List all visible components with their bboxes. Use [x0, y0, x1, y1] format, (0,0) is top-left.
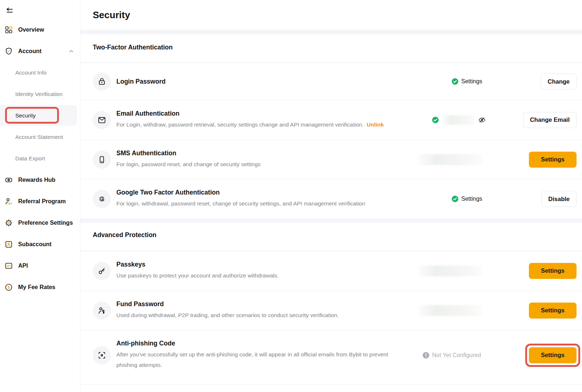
section-heading-two-factor: Two-Factor Authentication [80, 34, 582, 62]
person-dollar-icon: $+ [4, 197, 13, 206]
sidebar-item-label: Account Info [15, 69, 47, 76]
collapse-sidebar-icon [5, 7, 14, 15]
anti-phishing-settings-button[interactable]: Settings [529, 347, 577, 363]
page-header: Security [80, 0, 582, 30]
sidebar-item-account-statement[interactable]: Account Statement [0, 126, 80, 148]
status-google-2fa: Settings [452, 196, 482, 202]
check-circle-icon [452, 78, 458, 85]
bottom-spacer [80, 385, 582, 387]
row-title: Login Password [116, 78, 418, 85]
row-fund-password: Fund Password Used during withdrawal, P2… [80, 291, 582, 331]
masked-email-value [442, 115, 475, 125]
row-description: For login, withdrawal, password reset, c… [116, 199, 406, 209]
sidebar-item-label: Rewards Hub [18, 177, 76, 183]
change-password-button[interactable]: Change [541, 73, 577, 89]
google-2fa-disable-button[interactable]: Disable [541, 191, 577, 207]
person-key-icon [93, 301, 111, 320]
status-anti-phishing: Not Yet Configured [423, 352, 481, 359]
sidebar-item-label: Data Export [15, 155, 45, 162]
settings-highlight-ring: Settings [525, 344, 580, 367]
row-description: Use passkeys to protect your account and… [116, 271, 406, 281]
page-title: Security [93, 9, 130, 21]
status-label: Settings [461, 78, 482, 85]
sidebar: Overview Account Account Info Identity V… [0, 0, 80, 392]
grid-overview-icon [4, 25, 13, 34]
chevron-up-icon [67, 47, 76, 56]
masked-passkeys-value [418, 265, 482, 276]
masked-fund-password-value [418, 305, 482, 316]
eye-slash-icon[interactable] [478, 116, 486, 124]
gear-icon [4, 219, 13, 227]
main-content: Security Two-Factor Authentication Login… [80, 0, 582, 392]
sms-settings-button[interactable]: Settings [529, 152, 577, 168]
dollar-circle-icon: $ [4, 283, 13, 292]
info-circle-icon [423, 352, 429, 359]
row-title: Email Authentication [116, 110, 418, 117]
check-circle-icon [432, 117, 439, 123]
status-email [432, 115, 486, 125]
google-glyph: G [99, 196, 104, 203]
status-label: Not Yet Configured [432, 352, 481, 359]
sidebar-item-label: Referral Program [18, 198, 76, 205]
google-g-icon: G [93, 190, 111, 208]
scan-code-icon [93, 346, 111, 364]
referral-dollar-glyph: $+ [9, 201, 13, 205]
sidebar-item-subaccount[interactable]: Subaccount [0, 233, 80, 255]
sidebar-item-label: Account Statement [15, 134, 63, 140]
change-email-button[interactable]: Change Email [523, 112, 577, 128]
row-login-password: Login Password Settings Change [80, 63, 582, 100]
key-icon [93, 262, 111, 280]
sidebar-item-referral-program[interactable]: $+ Referral Program [0, 191, 80, 212]
row-sms-authentication: SMS Authentication For login, password r… [80, 140, 582, 180]
row-google-2fa: G Google Two Factor Authentication For l… [80, 179, 582, 219]
row-anti-phishing-code: Anti-phishing Code After you've successf… [80, 330, 582, 384]
row-description: For Login, withdraw, password retrieval,… [116, 120, 406, 130]
row-description: Used during withdrawal, P2P trading, and… [116, 310, 406, 321]
dollar-glyph: $ [8, 285, 10, 289]
row-title: SMS Authentication [116, 149, 418, 157]
api-badge-icon: API [4, 261, 13, 270]
passkeys-settings-button[interactable]: Settings [529, 263, 577, 279]
row-description: For login, password reset, and change of… [116, 159, 406, 170]
unlink-link[interactable]: Unlink [367, 121, 384, 128]
status-fund-password [418, 305, 482, 316]
status-login-password: Settings [452, 78, 482, 85]
status-label: Settings [461, 196, 482, 202]
sidebar-item-account-info[interactable]: Account Info [0, 62, 80, 83]
sidebar-item-label: Identity Verification [15, 91, 63, 97]
sidebar-item-label: Account [18, 48, 62, 55]
sidebar-item-rewards-hub[interactable]: Rewards Hub [0, 169, 80, 191]
sidebar-item-security[interactable]: Security [0, 105, 80, 126]
row-title: Fund Password [116, 300, 418, 308]
status-sms [418, 154, 482, 165]
person-card-icon [4, 240, 13, 249]
phone-icon [93, 151, 111, 169]
sidebar-item-label: Subaccount [18, 241, 76, 248]
sidebar-item-label: Security [15, 112, 36, 119]
fund-password-settings-button[interactable]: Settings [529, 303, 577, 319]
shield-check-icon [4, 47, 13, 56]
envelope-icon [93, 111, 111, 129]
row-title: Google Two Factor Authentication [116, 189, 418, 196]
sidebar-item-label: API [18, 263, 76, 269]
sidebar-item-overview[interactable]: Overview [0, 19, 80, 40]
sidebar-item-api[interactable]: API API [0, 255, 80, 276]
row-title: Passkeys [116, 261, 418, 268]
collapse-sidebar-button[interactable] [4, 5, 15, 17]
section-divider-band [80, 30, 582, 34]
sidebar-item-preference-settings[interactable]: Preference Settings [0, 212, 80, 233]
sidebar-item-my-fee-rates[interactable]: $ My Fee Rates [0, 276, 80, 298]
row-passkeys: Passkeys Use passkeys to protect your ac… [80, 251, 582, 291]
sidebar-item-data-export[interactable]: Data Export [0, 148, 80, 169]
masked-phone-value [418, 154, 482, 165]
sidebar-item-identity-verification[interactable]: Identity Verification [0, 83, 80, 105]
row-description: After you've successfully set up the ant… [116, 349, 406, 370]
section-divider-band [80, 219, 582, 223]
check-circle-icon [452, 196, 458, 202]
lock-icon [93, 72, 111, 91]
sidebar-item-label: My Fee Rates [18, 284, 76, 291]
sidebar-item-account[interactable]: Account [0, 40, 80, 62]
description-text: For Login, withdraw, password retrieval,… [116, 121, 364, 128]
row-email-authentication: Email Authentication For Login, withdraw… [80, 100, 582, 140]
sidebar-item-label: Overview [18, 27, 76, 33]
